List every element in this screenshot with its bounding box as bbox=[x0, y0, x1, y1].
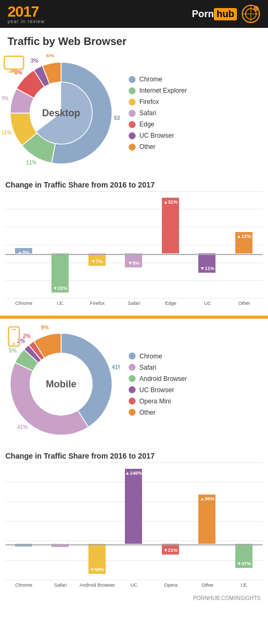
mobile-legend-dot-3 bbox=[129, 386, 136, 393]
desktop-donut-label: Desktop bbox=[42, 108, 80, 119]
desktop-legend-item-6: Other bbox=[129, 143, 263, 151]
page-title: Traffic by Web Browser bbox=[0, 28, 268, 52]
bar-column-4: ▼21% bbox=[152, 462, 188, 580]
desktop-bar-title: Change in Traffic Share from 2016 to 201… bbox=[5, 181, 263, 189]
mobile-legend-label-2: Android Browser bbox=[139, 375, 187, 383]
svg-text:11%: 11% bbox=[26, 160, 37, 166]
bar-rect-6: ▼47% bbox=[235, 544, 252, 568]
legend-dot-6 bbox=[129, 144, 136, 151]
svg-text:41%: 41% bbox=[17, 424, 28, 430]
legend-label-6: Other bbox=[139, 143, 155, 151]
ph-decorative-icon bbox=[241, 4, 260, 24]
mobile-x-labels: ChromeSafariAndroid BrowserUCOperaOtherI… bbox=[5, 580, 263, 588]
year-number: 2017 bbox=[8, 4, 45, 19]
svg-text:9%: 9% bbox=[41, 325, 49, 331]
bar-label-3: ▲146% bbox=[125, 469, 142, 476]
bar-rect-3: ▼8% bbox=[125, 253, 142, 268]
x-label-6: Other bbox=[226, 301, 263, 306]
bar-label-1: ▼6% bbox=[54, 540, 66, 547]
bar-label-5: ▲96% bbox=[200, 495, 214, 501]
legend-dot-3 bbox=[129, 110, 136, 117]
svg-text:41%: 41% bbox=[112, 364, 120, 370]
mobile-bar-section: Change in Traffic Share from 2016 to 201… bbox=[0, 448, 268, 593]
bar-column-1: ▼22% bbox=[42, 191, 78, 298]
bar-label-5: ▼11% bbox=[200, 266, 214, 273]
bar-column-5: ▲96% bbox=[189, 462, 225, 580]
legend-dot-1 bbox=[129, 87, 136, 94]
bar-rect-5: ▲96% bbox=[198, 495, 215, 544]
desktop-donut-container: 53%11%11%8%8%3%6% Desktop bbox=[2, 54, 120, 172]
bar-column-0: ▲3% bbox=[5, 191, 41, 298]
bar-label-4: ▲31% bbox=[163, 198, 177, 205]
legend-label-1: Internet Explorer bbox=[139, 87, 187, 94]
mobile-legend-label-4: Opera Mini bbox=[139, 398, 171, 405]
mobile-legend-label-1: Safari bbox=[139, 364, 156, 371]
bar-rect-6: ▲12% bbox=[235, 232, 252, 253]
desktop-bar-chart: ▲3%▼22%▼7%▼8%▲31%▼11%▲12% bbox=[5, 191, 263, 298]
bar-label-1: ▼22% bbox=[53, 286, 68, 293]
svg-point-16 bbox=[13, 343, 15, 345]
desktop-legend: ChromeInternet ExplorerFirefoxSafariEdge… bbox=[120, 76, 263, 151]
ph-hub-text: hub bbox=[214, 8, 237, 20]
legend-label-2: Firefox bbox=[139, 98, 159, 106]
bar-label-2: ▼7% bbox=[91, 259, 103, 266]
bar-label-6: ▼47% bbox=[237, 561, 251, 568]
bar-rect-0: ▲3% bbox=[15, 248, 32, 253]
desktop-x-labels: ChromeI.E.FirefoxSafariEdgeUCOther bbox=[5, 298, 263, 306]
svg-rect-17 bbox=[12, 329, 16, 330]
bar-rect-2: ▼58% bbox=[88, 544, 106, 573]
desktop-legend-item-4: Edge bbox=[129, 121, 263, 128]
svg-text:3%: 3% bbox=[31, 58, 39, 64]
ph-porn-text: Porn bbox=[192, 9, 214, 20]
mobile-legend-item-0: Chrome bbox=[129, 353, 263, 360]
x-label-4: Opera bbox=[152, 582, 189, 588]
svg-rect-5 bbox=[4, 56, 24, 69]
x-label-1: I.E. bbox=[42, 301, 79, 306]
mobile-donut-label: Mobile bbox=[46, 379, 77, 390]
bar-column-3: ▲146% bbox=[116, 462, 152, 580]
x-label-4: Edge bbox=[152, 301, 189, 306]
desktop-legend-item-0: Chrome bbox=[129, 76, 263, 83]
mobile-legend-item-5: Other bbox=[129, 409, 263, 416]
legend-label-4: Edge bbox=[139, 121, 154, 128]
svg-text:53%: 53% bbox=[114, 115, 120, 121]
bar-rect-1: ▼22% bbox=[51, 253, 69, 293]
pornhub-logo: Porn hub bbox=[192, 4, 260, 24]
mobile-bar-chart: ▼5%▼6%▼58%▲146%▼21%▲96%▼47% bbox=[5, 462, 263, 580]
svg-text:11%: 11% bbox=[2, 130, 12, 136]
legend-dot-4 bbox=[129, 121, 136, 128]
mobile-phone-icon bbox=[3, 326, 25, 348]
bar-label-6: ▲12% bbox=[237, 232, 251, 239]
x-label-6: I.E. bbox=[226, 582, 263, 588]
mobile-legend: ChromeSafariAndroid BrowserUC BrowserOpe… bbox=[120, 353, 263, 416]
x-label-2: Android Browser bbox=[79, 582, 116, 588]
bar-column-5: ▼11% bbox=[189, 191, 225, 298]
desktop-chart-area: 53%11%11%8%8%3%6% Desktop ChromeInternet… bbox=[0, 52, 268, 177]
mobile-legend-label-5: Other bbox=[139, 409, 155, 416]
mobile-legend-dot-5 bbox=[129, 409, 136, 416]
legend-label-3: Safari bbox=[139, 109, 156, 117]
legend-label-0: Chrome bbox=[139, 76, 162, 83]
bar-column-2: ▼58% bbox=[79, 462, 115, 580]
bar-label-3: ▼8% bbox=[128, 260, 139, 267]
bar-rect-4: ▼21% bbox=[162, 544, 179, 555]
bar-label-2: ▼58% bbox=[90, 567, 104, 574]
x-label-3: UC bbox=[116, 582, 153, 588]
header: 2017 year in review Porn hub bbox=[0, 0, 268, 28]
bottom-branding: PORNHUB.COM/INSIGHTS bbox=[0, 593, 268, 605]
mobile-legend-label-3: UC Browser bbox=[139, 386, 174, 394]
legend-label-5: UC Browser bbox=[139, 132, 174, 139]
desktop-legend-item-2: Firefox bbox=[129, 98, 263, 106]
mobile-legend-label-0: Chrome bbox=[139, 353, 162, 360]
svg-rect-7 bbox=[9, 71, 19, 73]
x-label-1: Safari bbox=[42, 582, 79, 588]
bar-column-1: ▼6% bbox=[42, 462, 78, 580]
x-label-0: Chrome bbox=[5, 582, 42, 588]
desktop-bar-section: Change in Traffic Share from 2016 to 201… bbox=[0, 177, 268, 311]
x-label-2: Firefox bbox=[79, 301, 116, 306]
mobile-legend-item-2: Android Browser bbox=[129, 375, 263, 383]
desktop-legend-item-1: Internet Explorer bbox=[129, 87, 263, 94]
year-logo: 2017 year in review bbox=[8, 4, 45, 24]
mobile-legend-item-4: Opera Mini bbox=[129, 398, 263, 405]
x-label-0: Chrome bbox=[5, 301, 42, 306]
